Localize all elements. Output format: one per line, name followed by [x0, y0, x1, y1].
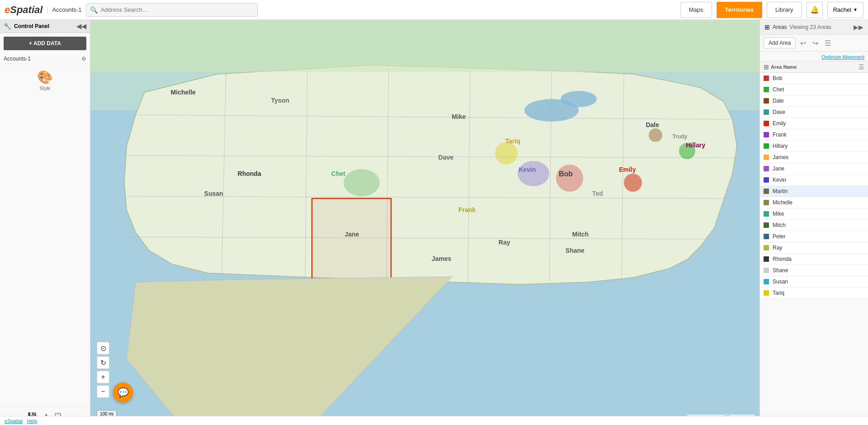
more-options-button[interactable]: ☰ — [823, 38, 833, 48]
trudy-map-label: Trudy — [673, 133, 688, 140]
area-name-label: Dave — [773, 109, 864, 115]
area-color-swatch — [764, 200, 769, 205]
logo[interactable]: eSpatial — [5, 4, 42, 16]
control-panel-header: 🔧 Control Panel ◀◀ — [0, 20, 90, 33]
user-name-label: Rachel — [833, 6, 851, 13]
zoom-in-button[interactable]: + — [97, 371, 109, 383]
area-color-swatch — [764, 98, 769, 104]
area-name-label: Frank — [773, 132, 864, 138]
hillary-map-label: Hillary — [686, 142, 705, 149]
tariq-map-label: Tariq — [505, 137, 520, 145]
area-color-swatch — [764, 166, 769, 171]
mike-map-label: Mike — [452, 113, 466, 120]
zoom-out-button[interactable]: − — [97, 385, 109, 398]
zoom-fit-button[interactable]: ⊙ — [97, 342, 109, 354]
area-list-item[interactable]: Martin — [760, 186, 868, 197]
area-list-item[interactable]: Ray — [760, 242, 868, 254]
svg-point-19 — [679, 143, 695, 159]
area-list-item[interactable]: Hillary — [760, 141, 868, 152]
style-icon: 🎨 — [37, 70, 53, 85]
territories-nav-button[interactable]: Territories — [717, 2, 762, 18]
add-area-button[interactable]: Add Area — [764, 38, 796, 48]
filter-icon[interactable]: ⊞ — [764, 63, 769, 71]
search-bar[interactable]: 🔍 — [86, 3, 258, 17]
area-color-swatch — [764, 222, 769, 228]
account-name-label: Accounts-1 — [4, 56, 31, 62]
area-name-column-header: Area Name — [771, 64, 859, 70]
area-list-item[interactable]: Bob — [760, 73, 868, 84]
area-list-item[interactable]: Rhonda — [760, 254, 868, 265]
search-icon: 🔍 — [90, 6, 98, 14]
control-panel-title: Control Panel — [14, 23, 49, 29]
area-list-item[interactable]: James — [760, 152, 868, 163]
control-panel: 🔧 Control Panel ◀◀ + ADD DATA Accounts-1… — [0, 20, 90, 425]
add-data-button[interactable]: + ADD DATA — [4, 37, 86, 50]
susan-map-label: Susan — [204, 190, 223, 197]
area-list-item[interactable]: Mitch — [760, 220, 868, 231]
james-map-label: James — [432, 255, 452, 262]
map-svg — [90, 20, 760, 425]
optimize-alignment-link[interactable]: Optimize Alignment — [821, 54, 864, 60]
search-input[interactable] — [100, 6, 254, 13]
redo-button[interactable]: ↪ — [811, 38, 820, 48]
area-list-item[interactable]: Shane — [760, 265, 868, 276]
chevron-down-icon: ▼ — [853, 7, 858, 12]
svg-point-14 — [556, 165, 583, 192]
area-color-swatch — [764, 189, 769, 194]
undo-button[interactable]: ↩ — [798, 38, 808, 48]
rotate-button[interactable]: ↻ — [97, 356, 109, 369]
style-label[interactable]: Style — [39, 85, 50, 91]
area-list-item[interactable]: Susan — [760, 276, 868, 288]
area-list-item[interactable]: Dave — [760, 107, 868, 118]
area-list-item[interactable]: Mike — [760, 208, 868, 220]
espatial-footer-link[interactable]: eSpatial — [5, 418, 23, 424]
svg-rect-1 — [90, 20, 760, 110]
area-color-swatch — [764, 279, 769, 284]
area-name-label: Hillary — [773, 143, 864, 149]
area-list-item[interactable]: Chet — [760, 84, 868, 95]
area-name-label: Emily — [773, 120, 864, 127]
michelle-map-label: Michelle — [171, 89, 196, 96]
logo-spatial: Spatial — [10, 4, 42, 15]
svg-line-10 — [127, 156, 737, 158]
zoom-controls: ⊙ ↻ + − — [97, 342, 109, 398]
svg-rect-24 — [90, 20, 760, 72]
notification-button[interactable]: 🔔 — [807, 2, 823, 18]
emily-map-label: Emily — [619, 166, 636, 173]
area-list-item[interactable]: Tariq — [760, 288, 868, 299]
user-menu-button[interactable]: Rachel ▼ — [827, 2, 863, 18]
tyson-map-label: Tyson — [271, 97, 289, 104]
svg-marker-2 — [124, 65, 737, 284]
svg-rect-0 — [90, 20, 760, 425]
style-section: 🎨 Style — [0, 64, 90, 96]
gear-icon[interactable]: ⚙ — [81, 56, 86, 62]
svg-point-20 — [649, 128, 662, 142]
area-name-label: Ray — [773, 245, 864, 251]
library-nav-button[interactable]: Library — [767, 2, 802, 18]
area-name-label: Bob — [773, 75, 864, 81]
area-color-swatch — [764, 211, 769, 217]
help-footer-link[interactable]: Help — [27, 418, 38, 424]
svg-line-11 — [127, 196, 732, 198]
area-color-swatch — [764, 87, 769, 92]
area-list-item[interactable]: Jane — [760, 163, 868, 175]
viewing-label: Viewing 23 Areas — [789, 24, 831, 30]
svg-point-17 — [495, 142, 518, 165]
area-list-item[interactable]: Frank — [760, 129, 868, 141]
svg-line-12 — [127, 237, 723, 239]
maps-nav-button[interactable]: Maps — [680, 2, 712, 18]
map-area[interactable]: Michelle Tyson Mike Dale Trudy Hillary T… — [90, 20, 760, 425]
column-menu-icon[interactable]: ☰ — [859, 63, 864, 71]
area-list-item[interactable]: Dale — [760, 95, 868, 107]
footer: eSpatial Help — [0, 416, 868, 425]
area-list-item[interactable]: Kevin — [760, 175, 868, 186]
svg-point-22 — [561, 91, 597, 107]
area-list-item[interactable]: Peter — [760, 231, 868, 242]
area-color-swatch — [764, 290, 769, 296]
area-list-item[interactable]: Emily — [760, 118, 868, 129]
collapse-panel-button[interactable]: ◀◀ — [76, 23, 86, 30]
collapse-right-panel-button[interactable]: ▶▶ — [854, 24, 863, 31]
area-list-item[interactable]: Michelle — [760, 197, 868, 208]
chat-button[interactable]: 💬 — [113, 382, 133, 402]
area-color-swatch — [764, 256, 769, 262]
